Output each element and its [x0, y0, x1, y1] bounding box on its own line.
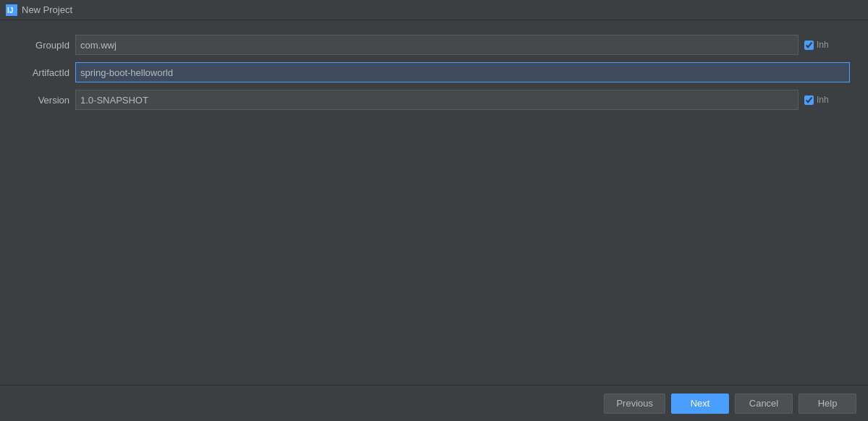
artifactid-label: ArtifactId	[12, 67, 69, 78]
version-row: Version Inh	[12, 90, 856, 110]
artifactid-input[interactable]	[75, 62, 850, 82]
dialog-content: GroupId Inh ArtifactId Version	[0, 20, 868, 421]
artifactid-row: ArtifactId	[12, 62, 856, 82]
version-label: Version	[12, 95, 69, 106]
groupid-row: GroupId Inh	[12, 35, 856, 55]
dialog-title: New Project	[22, 4, 72, 15]
inherit-groupid-checkbox[interactable]	[804, 41, 814, 50]
groupid-label: GroupId	[12, 40, 69, 51]
artifactid-input-wrapper	[75, 62, 856, 82]
inherit-version-checkbox[interactable]	[804, 95, 814, 105]
empty-content-area	[12, 117, 856, 378]
next-button[interactable]: Next	[671, 394, 729, 414]
version-input-wrapper: Inh	[75, 90, 856, 110]
inherit-version-text: Inh	[817, 95, 829, 105]
inherit-groupid-text: Inh	[817, 40, 829, 50]
form-body: GroupId Inh ArtifactId Version	[0, 20, 868, 385]
groupid-input-wrapper: Inh	[75, 35, 856, 55]
footer: Previous Next Cancel Help	[0, 385, 868, 421]
help-button[interactable]: Help	[799, 394, 856, 414]
title-bar: IJ New Project	[0, 0, 868, 20]
groupid-input[interactable]	[75, 35, 799, 55]
svg-text:IJ: IJ	[7, 7, 13, 14]
cancel-button[interactable]: Cancel	[735, 394, 793, 414]
app-icon: IJ	[6, 4, 17, 16]
previous-button[interactable]: Previous	[604, 394, 665, 414]
inherit-groupid-label[interactable]: Inh	[804, 40, 829, 50]
version-input[interactable]	[75, 90, 799, 110]
inherit-version-label[interactable]: Inh	[804, 95, 829, 105]
